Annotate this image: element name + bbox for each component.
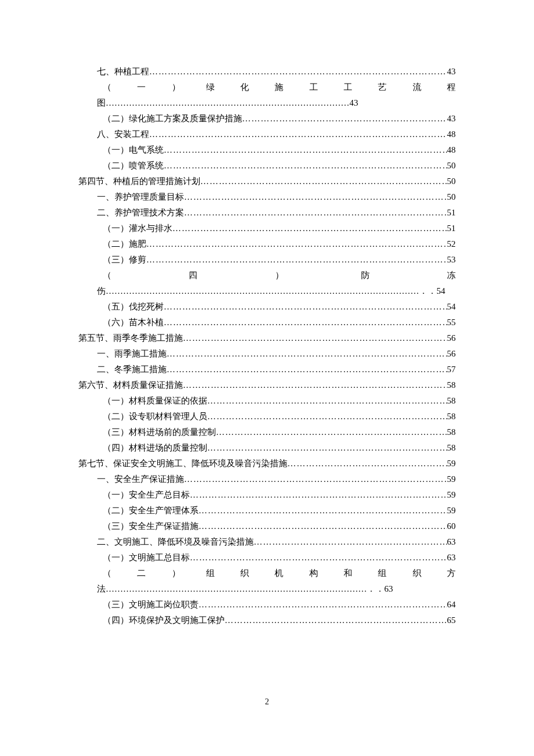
toc-dots: …………………………………………………………………………………………………………… (164, 315, 447, 330)
toc-entry: 一、养护管理质量目标………………………………………………………………………………… (78, 189, 456, 205)
toc-page: 56 (447, 346, 456, 362)
toc-entry-continuation: 法………………………………………………………………………………．．63 (78, 581, 456, 597)
toc-dots: …………………………………………………………………………………………………………… (207, 440, 447, 456)
toc-dots: …………………………………………………………………………………………………………… (242, 111, 447, 127)
toc-dots: …………………………………………………………………………………………………………… (149, 64, 447, 80)
toc-entry-continuation: 伤………………………………………………………………………………………………．．5… (78, 283, 456, 299)
toc-label: 二、冬季施工措施 (97, 362, 167, 377)
toc-dots: …………………………………………………………………………………………………………… (164, 299, 447, 315)
toc-dots: …………………………………………………………………………………………………………… (172, 221, 447, 236)
toc-entry: （四）环境保护及文明施工保护……………………………………………………………………… (78, 613, 456, 628)
toc-dots: …………………………………………………………………………………………………………… (199, 503, 447, 519)
toc-page: 58 (447, 393, 456, 409)
toc-label: （五）伐挖死树 (103, 299, 164, 315)
toc-label: （二）施肥 (103, 236, 146, 252)
toc-page: 50 (447, 174, 456, 189)
toc-dots: …………………………………………………………………………………………………………… (146, 252, 447, 268)
toc-char: ） (172, 566, 181, 581)
toc-label: （四）环境保护及文明施工保护 (103, 613, 225, 628)
toc-char: 组 (378, 566, 387, 581)
toc-label: 图 (97, 98, 106, 107)
toc-label: （六）苗木补植 (103, 315, 164, 330)
toc-char: 一 (137, 80, 146, 95)
toc-page: 59 (447, 456, 456, 471)
toc-entry: 八、安装工程…………………………………………………………………………………………… (78, 127, 456, 142)
toc-char: 流 (413, 80, 421, 95)
toc-dots: ………………………………………………………………………………．． (106, 584, 384, 593)
toc-label: 一、安全生产保证措施 (97, 471, 184, 487)
toc-entry: （三）文明施工岗位职责……………………………………………………………………………… (78, 597, 456, 613)
toc-entry: （一）电气系统………………………………………………………………………………………… (78, 142, 456, 158)
toc-char: 四 (189, 268, 197, 283)
toc-page: 57 (447, 362, 456, 377)
toc-char: （ (103, 566, 111, 581)
toc-page: 56 (447, 330, 456, 346)
toc-char: （ (103, 80, 111, 95)
toc-entry: 七、种植工程…………………………………………………………………………………………… (78, 64, 456, 80)
toc-label: 法 (97, 584, 106, 593)
toc-page: 58 (447, 424, 456, 440)
toc-entry: （二）设专职材料管理人员…………………………………………………………………………… (78, 409, 456, 424)
toc-char: 机 (275, 566, 283, 581)
toc-page: 63 (447, 550, 456, 566)
toc-page: 63 (384, 584, 393, 593)
toc-content: 七、种植工程…………………………………………………………………………………………… (78, 64, 456, 628)
toc-dots: …………………………………………………………………………………………………………… (287, 456, 447, 471)
toc-entry: 第六节、材料质量保证措施…………………………………………………………………………… (78, 377, 456, 393)
toc-entry: （一）安全生产总目标………………………………………………………………………………… (78, 487, 456, 503)
toc-label: （三）材料进场前的质量控制 (103, 424, 216, 440)
toc-label: 一、雨季施工措施 (97, 346, 167, 362)
toc-entry: （一）材料质量保证的依据…………………………………………………………………………… (78, 393, 456, 409)
toc-label: （二）绿化施工方案及质量保护措施 (103, 111, 242, 127)
toc-entry: （二）安全生产管理体系……………………………………………………………………………… (78, 503, 456, 519)
toc-entry: （二）绿化施工方案及质量保护措施………………………………………………………………… (78, 111, 456, 127)
toc-label: （二）喷管系统 (103, 158, 164, 174)
toc-label: 二、养护管理技术方案 (97, 205, 184, 221)
toc-dots: …………………………………………………………………………………………………………… (216, 424, 447, 440)
toc-entry: （三）材料进场前的质量控制………………………………………………………………………… (78, 424, 456, 440)
toc-page: 55 (447, 315, 456, 330)
toc-page: 54 (447, 299, 456, 315)
toc-dots: …………………………………………………………………………………………………………… (199, 597, 447, 613)
toc-label: 二、文明施工、降低环境及噪音污染措施 (97, 534, 254, 550)
toc-page: 58 (447, 409, 456, 424)
toc-char: 绿 (206, 80, 215, 95)
toc-label: 八、安装工程 (97, 127, 149, 142)
toc-label: （三）文明施工岗位职责 (103, 597, 199, 613)
toc-page: 54 (436, 286, 445, 296)
toc-page: 48 (447, 142, 456, 158)
toc-label: （三）修剪 (103, 252, 146, 268)
toc-dots: ………………………………………………………………………………………………．． (106, 286, 436, 296)
toc-entry: （三）修剪……………………………………………………………………………………………… (78, 252, 456, 268)
toc-dots: …………………………………………………………………………………………………………… (190, 487, 447, 503)
toc-page: 43 (349, 98, 358, 107)
toc-dots: …………………………………………………………………………………………………………… (207, 409, 447, 424)
page-number: 2 (0, 697, 534, 707)
toc-label: （一）安全生产总目标 (103, 487, 190, 503)
toc-char: （ (103, 268, 111, 283)
toc-page: 50 (447, 158, 456, 174)
toc-label: （二）设专职材料管理人员 (103, 409, 207, 424)
toc-page: 51 (447, 205, 456, 221)
toc-label: （一）电气系统 (103, 142, 164, 158)
toc-char: 工 (309, 80, 318, 95)
toc-dots: …………………………………………………………………………………………………………… (167, 362, 447, 377)
toc-char: 组 (206, 566, 215, 581)
toc-label: 伤 (97, 286, 106, 296)
toc-entry: （五）伐挖死树………………………………………………………………………………………… (78, 299, 456, 315)
toc-entry-continuation: 图…………………………………………………………………………43 (78, 95, 456, 111)
toc-entry: （一）灌水与排水……………………………………………………………………………………… (78, 221, 456, 236)
toc-label: 一、养护管理质量目标 (97, 189, 184, 205)
toc-char: ） (275, 268, 284, 283)
toc-dots: …………………………………………………………………………………………………………… (184, 471, 447, 487)
toc-page: 65 (447, 613, 456, 628)
toc-dots: …………………………………………………………………………………………………………… (183, 377, 447, 393)
toc-dots: …………………………………………………………………………………………………………… (167, 346, 447, 362)
toc-dots: …………………………………………………………………………………………………………… (164, 142, 447, 158)
toc-entry: （四）材料进场的质量控制…………………………………………………………………………… (78, 440, 456, 456)
toc-page: 59 (447, 503, 456, 519)
toc-label: 第四节、种植后的管理措施计划 (78, 174, 200, 189)
toc-page: 60 (447, 519, 456, 534)
toc-page: 59 (447, 487, 456, 503)
toc-entry: 一、雨季施工措施……………………………………………………………………………………… (78, 346, 456, 362)
